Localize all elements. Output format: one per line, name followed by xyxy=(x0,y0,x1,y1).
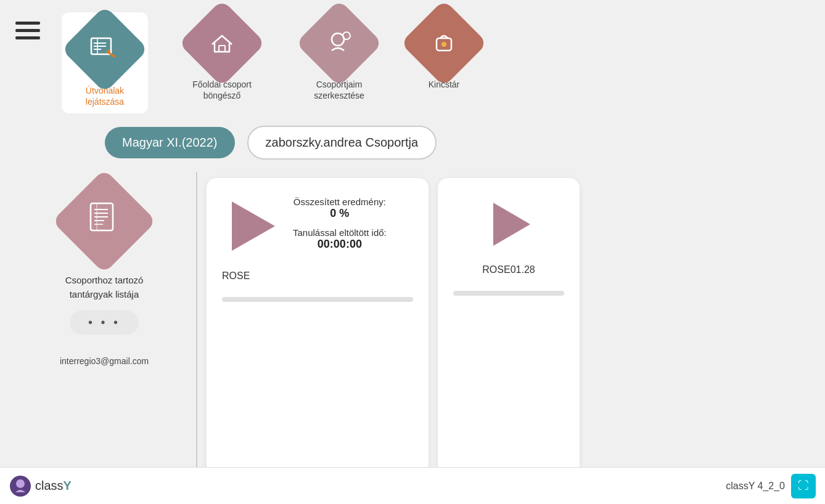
play-button-rose0128[interactable] xyxy=(481,197,536,252)
secondary-group-button[interactable]: zaborszky.andrea Csoportja xyxy=(247,126,437,160)
svg-rect-6 xyxy=(219,46,225,52)
svg-point-10 xyxy=(441,42,446,47)
nav-item-csoportjaim[interactable]: Csoportjaim szerkesztése xyxy=(296,12,382,101)
active-group-button[interactable]: Magyar XI.(2022) xyxy=(105,127,235,158)
course-name-rose0128: ROSE01.28 xyxy=(482,264,535,275)
sidebar-dots-button[interactable]: • • • xyxy=(70,311,139,335)
left-sidebar: Csoporthoz tartozó tantárgyak listája • … xyxy=(12,172,197,491)
svg-point-7 xyxy=(332,33,344,46)
logo-area: classY xyxy=(9,475,72,497)
group-selector: Magyar XI.(2022) zaborszky.andrea Csopor… xyxy=(0,120,825,166)
play-button-rose[interactable] xyxy=(222,198,277,254)
time-value: 00:00:00 xyxy=(293,238,387,251)
nav-icon-kincshar xyxy=(400,0,487,87)
sidebar-icon-diamond xyxy=(52,169,157,274)
svg-point-8 xyxy=(343,32,350,39)
course-card-rose0128: ROSE01.28 xyxy=(438,178,580,485)
nav-icons: Útvonalak lejátszása Főoldal csoport bön… xyxy=(62,12,475,113)
course-name-rose: ROSE xyxy=(222,270,250,282)
hamburger-button[interactable] xyxy=(12,18,43,43)
nav-icon-fooldal xyxy=(178,0,265,87)
total-result-value: 0 % xyxy=(293,207,387,220)
cards-area: Összesített eredmény: 0 % Tanulással elt… xyxy=(197,172,813,491)
nav-item-fooldal[interactable]: Főoldal csoport böngésző xyxy=(179,12,265,101)
logo-text: classY xyxy=(35,479,72,493)
nav-icon-csoportjaim xyxy=(295,0,382,87)
main-content: Csoporthoz tartozó tantárgyak listája • … xyxy=(0,166,825,497)
svg-point-19 xyxy=(16,479,25,488)
progress-bar-rose0128 xyxy=(453,291,564,296)
logo-icon xyxy=(9,475,31,497)
play-triangle-icon xyxy=(232,201,275,251)
expand-icon: ⛶ xyxy=(798,479,809,492)
sidebar-icon xyxy=(86,200,123,243)
bottom-bar: classY classY 4_2_0 ⛶ xyxy=(0,467,825,504)
progress-bar-rose xyxy=(222,297,413,302)
nav-icon-utvonalak xyxy=(61,6,148,92)
course-card-rose: Összesített eredmény: 0 % Tanulással elt… xyxy=(207,178,429,485)
nav-item-utvonalak[interactable]: Útvonalak lejátszása xyxy=(62,12,148,113)
user-email: interregio3@gmail.com xyxy=(60,356,149,366)
time-label: Tanulással eltöltött idő: xyxy=(293,227,387,238)
top-nav: Útvonalak lejátszása Főoldal csoport bön… xyxy=(0,0,825,120)
total-result-label: Összesített eredmény: xyxy=(293,197,387,207)
play-triangle-sm-icon xyxy=(493,203,530,246)
version-text: classY 4_2_0 xyxy=(726,481,785,492)
expand-button[interactable]: ⛶ xyxy=(791,474,816,498)
svg-point-5 xyxy=(107,49,110,52)
card-stats-rose: Összesített eredmény: 0 % Tanulással elt… xyxy=(293,197,387,258)
version-area: classY 4_2_0 ⛶ xyxy=(726,474,816,498)
nav-item-kincshar[interactable]: Kincstár xyxy=(413,12,475,90)
sidebar-label: Csoporthoz tartozó tantárgyak listája xyxy=(65,274,144,301)
